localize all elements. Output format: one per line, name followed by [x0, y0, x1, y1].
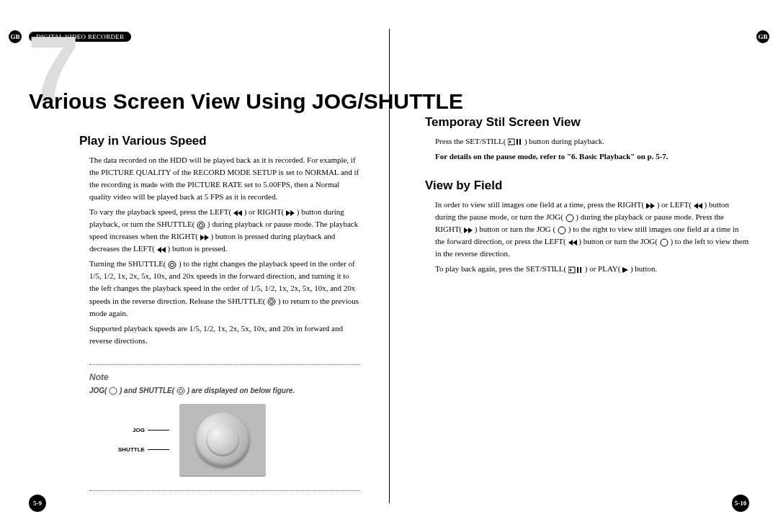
shuttle-ring-icon: [197, 221, 205, 230]
play-icon: [622, 267, 628, 273]
paragraph: The data recorded on the HDD will be pla…: [89, 154, 360, 203]
device-illustration: [179, 404, 266, 476]
jog-label: JOG: [118, 427, 169, 433]
rewind-icon: [157, 247, 166, 253]
fast-forward-icon: [464, 227, 473, 233]
body-text-block: Press the SET/STILL( ) button during pla…: [435, 135, 749, 163]
note-box: Note JOG( ) and SHUTTLE( ) are displayed…: [89, 364, 360, 491]
body-text-block: The data recorded on the HDD will be pla…: [89, 154, 360, 347]
paragraph: To play back again, pres the SET/STILL( …: [435, 263, 749, 275]
fast-forward-icon: [200, 235, 209, 240]
right-content: Temporay Stil Screen View Press the SET/…: [425, 115, 749, 275]
body-text-block: In order to view still images one field …: [435, 199, 749, 275]
svg-point-8: [179, 389, 182, 393]
left-content: Play in Various Speed The data recorded …: [79, 134, 360, 491]
paragraph: In order to view still images one field …: [435, 199, 749, 260]
shuttle-ring-icon: [267, 297, 276, 306]
jog-dial: [206, 423, 239, 456]
shuttle-ring-icon: [168, 261, 176, 269]
svg-rect-11: [519, 139, 521, 145]
paragraph: Supported playback speeds are 1/5, 1/2, …: [89, 323, 360, 347]
page-number-left: 5-9: [29, 495, 46, 512]
svg-point-0: [197, 222, 205, 229]
shuttle-label: SHUTTLE: [118, 446, 169, 453]
fast-forward-icon: [646, 203, 655, 209]
device-figure: JOG SHUTTLE: [118, 404, 360, 476]
right-page: GB Temporay Stil Screen View Press the S…: [389, 0, 778, 532]
connector-line: [148, 449, 169, 450]
rewind-icon: [233, 210, 242, 216]
svg-rect-16: [577, 267, 578, 273]
left-page: GB DIGITAL VIDEO RECORDER 7 Various Scre…: [0, 0, 389, 532]
section-still-screen: Temporay Stil Screen View: [425, 115, 749, 130]
rewind-icon: [694, 203, 702, 209]
page-spread: GB DIGITAL VIDEO RECORDER 7 Various Scre…: [0, 0, 778, 532]
svg-point-6: [109, 387, 117, 395]
svg-point-12: [566, 215, 573, 222]
note-content: JOG( ) and SHUTTLE( ) are displayed on b…: [89, 387, 360, 395]
svg-point-14: [661, 239, 668, 246]
jog-circle-icon: [558, 226, 566, 235]
figure-labels: JOG SHUTTLE: [118, 427, 169, 453]
section-play-various-speed: Play in Various Speed: [79, 134, 360, 148]
lang-badge-gb: GB: [9, 30, 22, 43]
set-still-icon: [568, 266, 583, 274]
svg-point-2: [169, 261, 176, 269]
page-number-right: 5-10: [732, 495, 749, 512]
connector-line: [148, 430, 169, 430]
svg-point-4: [268, 298, 275, 305]
section-view-by-field: View by Field: [425, 179, 749, 193]
svg-point-3: [171, 263, 174, 266]
fast-forward-icon: [286, 210, 295, 216]
rewind-icon: [568, 240, 577, 245]
lang-badge-gb: GB: [756, 30, 769, 43]
paragraph: Turning the SHUTTLE( ) to the right chan…: [89, 258, 360, 319]
jog-circle-icon: [109, 387, 117, 395]
shuttle-dial: [195, 412, 250, 467]
jog-circle-icon: [660, 238, 669, 247]
shuttle-ring-icon: [176, 387, 185, 395]
note-title: Note: [89, 372, 360, 382]
paragraph: To vary the playback speed, press the LE…: [89, 206, 360, 255]
page-title: Various Screen View Using JOG/SHUTTLE: [29, 89, 360, 114]
svg-rect-17: [580, 267, 581, 273]
paragraph-bold: For details on the pause mode, refer to …: [435, 150, 749, 163]
paragraph: Press the SET/STILL( ) button during pla…: [435, 135, 749, 148]
set-still-icon: [508, 138, 522, 145]
jog-circle-icon: [565, 214, 574, 222]
svg-point-13: [558, 227, 565, 234]
svg-rect-10: [517, 139, 518, 145]
svg-point-7: [177, 387, 184, 395]
svg-point-5: [270, 299, 274, 303]
svg-point-1: [200, 223, 203, 227]
